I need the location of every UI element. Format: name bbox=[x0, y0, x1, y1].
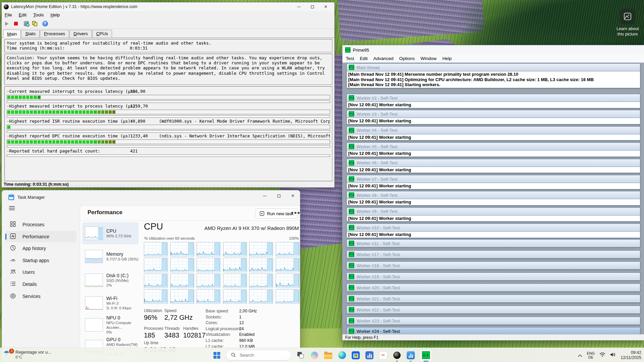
mdi-child-titlebar[interactable]: 2ᴾ-1Worker #6 - Self-Test bbox=[346, 159, 640, 167]
mdi-child-window[interactable]: 2ᴾ-1Worker #3 - Self-Test[Nov 12 09:41] … bbox=[346, 110, 640, 124]
mdi-child-window[interactable]: 2ᴾ-1Worker #11 - Self-Test bbox=[346, 239, 640, 247]
mdi-child-window[interactable]: 2ᴾ-1Worker #24 - Self-Test bbox=[346, 327, 640, 334]
clock[interactable]: 09:42 12/11/2025 bbox=[621, 350, 641, 360]
mdi-child-titlebar[interactable]: 2ᴾ-1Worker #23 - Self-Test bbox=[346, 317, 640, 325]
sidebar-item-startup[interactable]: Startup apps bbox=[5, 255, 76, 266]
mdi-child-window[interactable]: 2ᴾ-1Worker #10 - Self-Test[Nov 12 09:41]… bbox=[346, 224, 640, 238]
menu-advanced[interactable]: Advanced bbox=[373, 56, 393, 61]
menu-tools[interactable]: Tools bbox=[33, 12, 44, 17]
perf-card-mem[interactable]: Memory9,7/27,6 GB (35%) bbox=[82, 245, 139, 268]
learn-about-this-picture[interactable]: Learn about this picture bbox=[616, 9, 639, 37]
perf-card-npu[interactable]: NPU 0NPU Compute Acceler...0% bbox=[82, 314, 139, 336]
close-button[interactable]: ✕ bbox=[286, 190, 300, 201]
mdi-child-window[interactable]: 2ᴾ-1Worker #17 - Self-Test bbox=[346, 250, 640, 258]
prime95-titlebar[interactable]: 2ᴰ-1 Prime95 bbox=[342, 45, 644, 55]
search-input[interactable] bbox=[239, 352, 279, 358]
mdi-child-window[interactable]: 2ᴾ-1Worker #7 - Self-Test[Nov 12 09:41] … bbox=[346, 175, 640, 189]
mdi-child-titlebar[interactable]: 2ᴾ-1Main thread bbox=[346, 63, 640, 71]
mdi-child-window[interactable]: 2ᴾ-1Worker #21 - Self-Test bbox=[346, 295, 640, 303]
sidebar-item-performance[interactable]: Performance bbox=[5, 231, 76, 242]
maximize-button[interactable] bbox=[272, 190, 286, 201]
minimize-button[interactable] bbox=[258, 190, 272, 201]
mdi-child-titlebar[interactable]: 2ᴾ-1Worker #8 - Self-Test bbox=[346, 191, 640, 199]
perf-card-cpu[interactable]: CPU96% 2,72 GHz bbox=[82, 222, 139, 244]
minimize-button[interactable] bbox=[292, 3, 306, 11]
menu-edit[interactable]: Edit bbox=[360, 56, 368, 61]
menu-test[interactable]: Test bbox=[346, 56, 354, 61]
tab-cpus[interactable]: CPUs bbox=[92, 30, 112, 38]
prime95-taskbar-button[interactable]: 2-1 bbox=[420, 349, 432, 361]
mdi-child-titlebar[interactable]: 2ᴾ-1Worker #20 - Self-Test bbox=[346, 284, 640, 292]
mdi-child-titlebar[interactable]: 2ᴾ-1Worker #18 - Self-Test bbox=[346, 261, 640, 269]
latencymon-taskbar-button[interactable] bbox=[392, 351, 402, 360]
tray-chevron-icon[interactable] bbox=[578, 352, 582, 358]
report-icon[interactable] bbox=[24, 21, 29, 26]
task-view-button[interactable] bbox=[296, 351, 306, 360]
maximize-button[interactable] bbox=[306, 3, 319, 11]
menu-help[interactable]: Help bbox=[442, 56, 452, 61]
mdi-child-window[interactable]: 2ᴾ-1Worker #19 - Self-Test bbox=[346, 273, 640, 281]
mdi-child-window[interactable]: 2ᴾ-1Worker #8 - Self-Test[Nov 12 09:41] … bbox=[346, 191, 640, 205]
mdi-child-window[interactable]: 2ᴾ-1Worker #4 - Self-Test[Nov 12 09:41] … bbox=[346, 126, 640, 141]
mdi-child-titlebar[interactable]: 2ᴾ-1Worker #5 - Self-Test bbox=[346, 142, 640, 150]
sidebar-item-details[interactable]: Details bbox=[5, 279, 76, 290]
stats-app-button[interactable] bbox=[365, 351, 374, 360]
mdi-child-titlebar[interactable]: 2ᴾ-1Worker #9 - Self-Test bbox=[346, 207, 640, 216]
mdi-child-window[interactable]: 2ᴾ-1Worker #2 - Self-Test[Nov 12 09:41] … bbox=[346, 94, 640, 108]
snipping-tool-button[interactable]: ✂ bbox=[379, 351, 388, 360]
mdi-child-titlebar[interactable]: 2ᴾ-1Worker #19 - Self-Test bbox=[346, 273, 640, 281]
file-explorer-button[interactable] bbox=[324, 351, 333, 360]
search-box[interactable] bbox=[226, 350, 292, 360]
menu-help[interactable]: Help bbox=[51, 12, 60, 17]
edge-button[interactable] bbox=[337, 351, 347, 360]
tab-drivers[interactable]: Drivers bbox=[69, 30, 92, 38]
mdi-child-titlebar[interactable]: 2ᴾ-1Worker #10 - Self-Test bbox=[346, 224, 640, 232]
sidebar-item-processes[interactable]: Processes bbox=[5, 219, 76, 230]
sidebar-item-users[interactable]: Users bbox=[5, 266, 76, 278]
task-manager-titlebar[interactable]: Task Manager bbox=[2, 190, 300, 204]
tab-main[interactable]: Main bbox=[3, 29, 21, 38]
picture-info-icon[interactable] bbox=[620, 9, 635, 24]
volume-icon[interactable] bbox=[610, 352, 616, 358]
mdi-child-window[interactable]: 2ᴾ-1Worker #5 - Self-Test[Nov 12 09:41] … bbox=[346, 142, 640, 157]
sidebar-item-services[interactable]: Services bbox=[5, 291, 76, 302]
mdi-child-window[interactable]: 2ᴾ-1Worker #22 - Self-Test bbox=[346, 306, 640, 314]
mdi-child-titlebar[interactable]: 2ᴾ-1Worker #24 - Self-Test bbox=[346, 327, 640, 334]
microsoft-store-button[interactable] bbox=[351, 351, 361, 360]
perf-card-disk[interactable]: Disk 0 (C:)SSD (NVMe)2% bbox=[82, 268, 139, 292]
mdi-child-titlebar[interactable]: 2ᴾ-1Worker #2 - Self-Test bbox=[346, 94, 640, 102]
perf-card-wifi[interactable]: Wi-FiWi-Fi 3S: 0 R: 0 Kbps bbox=[82, 292, 139, 314]
wifi-icon[interactable] bbox=[599, 352, 605, 358]
menu-file[interactable]: File bbox=[5, 12, 12, 17]
tab-stats[interactable]: Stats bbox=[21, 30, 40, 38]
mdi-child-titlebar[interactable]: 2ᴾ-1Worker #21 - Self-Test bbox=[346, 295, 640, 303]
mdi-child-titlebar[interactable]: 2ᴾ-1Worker #11 - Self-Test bbox=[346, 239, 640, 247]
menu-window[interactable]: Window bbox=[421, 56, 437, 61]
close-button[interactable]: ✕ bbox=[319, 3, 332, 11]
mdi-child-titlebar[interactable]: 2ᴾ-1Worker #22 - Self-Test bbox=[346, 306, 640, 314]
sidebar-item-apphistory[interactable]: App history bbox=[5, 243, 76, 254]
start-monitor-icon[interactable] bbox=[5, 22, 9, 26]
copy-icon[interactable] bbox=[32, 21, 38, 26]
copilot-button[interactable] bbox=[310, 351, 319, 360]
mdi-child-window[interactable]: 2ᴾ-1Worker #6 - Self-Test[Nov 12 09:41] … bbox=[346, 159, 640, 173]
mdi-child-titlebar[interactable]: 2ᴾ-1Worker #17 - Self-Test bbox=[346, 250, 640, 258]
mdi-child-titlebar[interactable]: 2ᴾ-1Worker #3 - Self-Test bbox=[346, 110, 640, 118]
start-button[interactable] bbox=[212, 351, 222, 360]
help-icon[interactable]: ? bbox=[42, 21, 48, 26]
mdi-child-window[interactable]: 2ᴾ-1Worker #23 - Self-Test bbox=[346, 317, 640, 325]
menu-edit[interactable]: Edit bbox=[19, 12, 26, 17]
mdi-child-window[interactable]: 2ᴾ-1Worker #18 - Self-Test bbox=[346, 261, 640, 269]
language-indicator[interactable]: ENGDE bbox=[587, 351, 595, 359]
menu-options[interactable]: Options bbox=[399, 56, 415, 61]
task-manager-taskbar-button[interactable] bbox=[406, 351, 416, 360]
mdi-child-titlebar[interactable]: 2ᴾ-1Worker #7 - Self-Test bbox=[346, 175, 640, 183]
stop-monitor-icon[interactable] bbox=[14, 22, 18, 25]
latencymon-titlebar[interactable]: LatencyMon (Home Edition ) v 7.31 - http… bbox=[2, 2, 334, 11]
mdi-child-titlebar[interactable]: 2ᴾ-1Worker #4 - Self-Test bbox=[346, 126, 640, 134]
mdi-child-window[interactable]: 2ᴾ-1Worker #20 - Self-Test bbox=[346, 284, 640, 292]
mdi-child-window[interactable]: 2ᴾ-1Main thread[Main thread Nov 12 09:41… bbox=[346, 63, 640, 88]
mdi-child-window[interactable]: 2ᴾ-1Worker #9 - Self-Test[Nov 12 09:41] … bbox=[346, 207, 640, 222]
hamburger-menu-icon[interactable] bbox=[9, 206, 15, 212]
weather-widget[interactable]: ☂ 3 Regentage vor u... 6°C bbox=[3, 349, 51, 360]
